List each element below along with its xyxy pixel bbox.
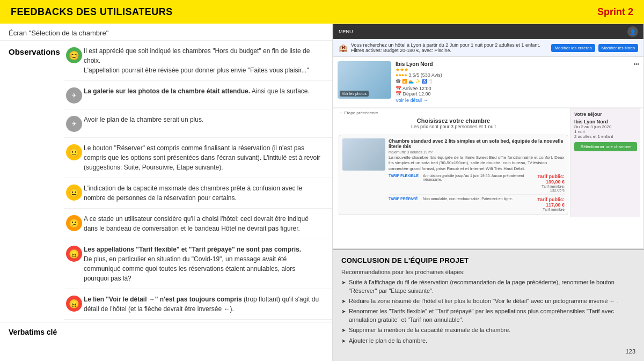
hotel-info: Ibis Lyon Nord ★★★ ●●●● 3.5/5 (530 Avis)… [396, 61, 639, 103]
header: FEEDBACKS DES UTILISATEURS Sprint 2 [0, 0, 644, 24]
conclusion-list: Suite à l'affichage du fil de réservatio… [341, 278, 635, 345]
room-image [342, 138, 385, 171]
main-content: Écran "Sélection de la chambre" Observat… [0, 24, 644, 361]
conclusion-item-1: Suite à l'affichage du fil de réservatio… [341, 278, 635, 295]
obs-text-5: L'indication de la capacité maximale des… [84, 183, 327, 203]
verbatims-label: Verbatims clé [0, 327, 64, 336]
observation-row-8: 😠 Le lien "Voir le détail →" n'est pas t… [64, 289, 332, 320]
sidebar-dates: Du 2 au 3 juin 2020 [574, 124, 637, 129]
conclusion-title: CONCLUSION DE L'ÉQUIPE PROJET [341, 256, 635, 264]
conclusion-intro: Recommandations pour les prochaines étap… [341, 269, 635, 275]
sentiment-icon-7: 😠 [66, 246, 82, 262]
tarif-flexible-price-area: Tarif public:139,00 € Tarif membre:132,0… [537, 174, 565, 192]
page-number: 123 [341, 348, 635, 355]
hotel-image: Voir les photos [338, 61, 391, 99]
room-description: La nouvelle chambre Ibis équipée de la l… [389, 155, 565, 172]
tarif-flexible-public-price: Tarif public:139,00 € [537, 174, 565, 185]
conclusion-item-3: Renommer les "Tarifs flexible" et "Tarif… [341, 307, 635, 324]
sentiment-icon-4: 😐 [66, 144, 82, 160]
observation-row-3: ✈ Avoir le plan de la chambre serait un … [64, 109, 332, 138]
hotel-screenshot: MENU 👤 🏨 Vous recherchez un hôtel à Lyon… [333, 24, 644, 249]
menu-label: MENU [339, 29, 353, 34]
observations-section: Observations 😊 Il est apprécié que soit … [0, 41, 332, 320]
hotel-times: 📅 Arrivée 12:00 📅 Départ 12:00 [396, 86, 639, 97]
select-room-btn[interactable]: Sélectionner une chambre [574, 142, 637, 151]
conclusion-item-2: Réduire la zone résumé de l'hôtel et lie… [341, 297, 635, 305]
observation-row-7: 😠 Les appellations "Tarif flexible" et "… [64, 239, 332, 289]
room-selection-section: ← Etape précédente Choisissez votre cham… [333, 108, 643, 217]
tarif-flexible-row: TARIF FLEXIBLE Annulation gratuite jusqu… [389, 174, 565, 192]
sentiment-icon-2: ✈ [66, 87, 82, 104]
room-name: Chambre standard avec 2 lits simples et … [389, 138, 565, 149]
room-section-title: Choisissez votre chambre [339, 117, 568, 124]
sidebar-hotel-name: Ibis Lyon Nord [574, 119, 637, 124]
tarif-prepaye-row: TARIF PRÉPAYÉ Non annulable, non rembour… [389, 194, 565, 211]
observations-title: Observations [9, 47, 59, 56]
obs-icon-1: 😊 [64, 46, 84, 63]
obs-icon-5: 😐 [64, 183, 84, 201]
hotel-amenities: ☎ 📶 🏊 ✨ ♿ 🍴 [396, 79, 442, 84]
obs-text-4: Le bouton "Réserver" est compris comme f… [84, 143, 327, 172]
tarif-flexible-member-price: Tarif membre:132,05 € [537, 185, 565, 192]
header-title: FEEDBACKS DES UTILISATEURS [11, 6, 173, 18]
tarif-prepaye-price-area: Tarif public:117,00 € Tarif membre [537, 197, 565, 211]
hotel-rating: ●●●● 3.5/5 (530 Avis) [396, 72, 442, 78]
obs-icon-3: ✈ [64, 115, 84, 132]
obs-text-6: A ce stade un utilisateur considère qu'i… [84, 214, 327, 233]
observation-row-5: 😐 L'indication de la capacité maximale d… [64, 178, 332, 209]
tarif-flexible-label: TARIF FLEXIBLE [389, 174, 421, 178]
tarif-flexible-info: Annulation gratuite jusqu'au 1 juin 19:5… [423, 174, 535, 181]
room-details: Chambre standard avec 2 lits simples et … [389, 138, 565, 211]
obs-text-8: Le lien "Voir le détail →" n'est pas tou… [84, 294, 327, 314]
room-section-title-area: Choisissez votre chambre Les prix sont p… [339, 115, 568, 135]
hotel-search-bar: 🏨 Vous recherchez un hôtel à Lyon à part… [333, 39, 643, 57]
obs-icon-8: 😠 [64, 294, 84, 312]
room-card: Chambre standard avec 2 lits simples et … [339, 135, 568, 215]
room-section-subtitle: Les prix sont pour 3 personnes et 1 nuit [339, 124, 568, 129]
observation-row-6: 😕 A ce stade un utilisateur considère qu… [64, 209, 332, 239]
right-panel: MENU 👤 🏨 Vous recherchez un hôtel à Lyon… [333, 24, 644, 361]
hotel-card: Voir les photos Ibis Lyon Nord ★★★ ●●●● … [333, 57, 643, 108]
screen-label: Écran "Sélection de la chambre" [0, 24, 332, 41]
sentiment-icon-3: ✈ [66, 116, 82, 132]
room-selection-main: ← Etape précédente Choisissez votre cham… [336, 108, 570, 217]
modifier-criteres-btn[interactable]: Modifier les critères [551, 44, 595, 52]
obs-icon-7: 😠 [64, 245, 84, 262]
observations-list: 😊 Il est apprécié que soit indiqué les c… [64, 41, 332, 320]
obs-icon-4: 😐 [64, 143, 84, 160]
obs-text-7: Les appellations "Tarif flexible" et "Ta… [84, 245, 327, 283]
tarif-prepaye-public-price: Tarif public:117,00 € [537, 197, 565, 208]
obs-text-1: Il est apprécié que soit indiqué les cha… [84, 46, 327, 75]
hotel-detail-link[interactable]: Voir le détail → [396, 98, 639, 103]
hotel-search-text: Vous recherchez un hôtel à Lyon à partir… [351, 42, 548, 53]
hotel-top-bar: MENU 👤 [333, 24, 643, 39]
sentiment-icon-1: 😊 [66, 47, 82, 63]
obs-icon-2: ✈ [64, 86, 84, 104]
tarif-prepaye-info: Non annulable, non remboursable. Paiemen… [423, 197, 535, 201]
tarif-prepaye-member-label: Tarif membre [537, 208, 565, 211]
sidebar-nights: 1 nuit [574, 129, 637, 134]
obs-icon-6: 😕 [64, 214, 84, 231]
conclusion-item-4: Supprimer la mention de la capacité maxi… [341, 326, 635, 334]
conclusion-item-5: Ajouter le plan de la chambre. [341, 337, 635, 345]
observations-header: Observations [0, 41, 64, 320]
conclusion-section: CONCLUSION DE L'ÉQUIPE PROJET Recommanda… [333, 249, 644, 361]
etape-precedente[interactable]: ← Etape précédente [339, 110, 568, 115]
hotel-name: Ibis Lyon Nord [396, 61, 442, 67]
sentiment-icon-5: 😐 [66, 185, 82, 201]
header-sprint: Sprint 2 [597, 6, 633, 18]
tarif-prepaye-label: TARIF PRÉPAYÉ [389, 197, 421, 201]
obs-text-2: La galerie sur les photos de la chambre … [84, 86, 327, 96]
obs-text-3: Avoir le plan de la chambre serait un pl… [84, 115, 327, 124]
observation-row-1: 😊 Il est apprécié que soit indiqué les c… [64, 41, 332, 81]
hotel-stars: ★★★ [396, 67, 442, 72]
sidebar-persons: 2 adultes et 1 enfant [574, 134, 637, 139]
left-panel: Écran "Sélection de la chambre" Observat… [0, 24, 333, 361]
hotel-sidebar: Votre séjour Ibis Lyon Nord Du 2 au 3 ju… [570, 108, 640, 217]
verbatims-section: Verbatims clé [0, 322, 332, 341]
user-icon: 👤 [627, 26, 638, 37]
sidebar-title: Votre séjour [574, 112, 637, 117]
modifier-filtres-btn[interactable]: Modifier les filtres [598, 44, 638, 52]
sentiment-icon-8: 😠 [66, 296, 82, 312]
observation-row-2: ✈ La galerie sur les photos de la chambr… [64, 81, 332, 109]
